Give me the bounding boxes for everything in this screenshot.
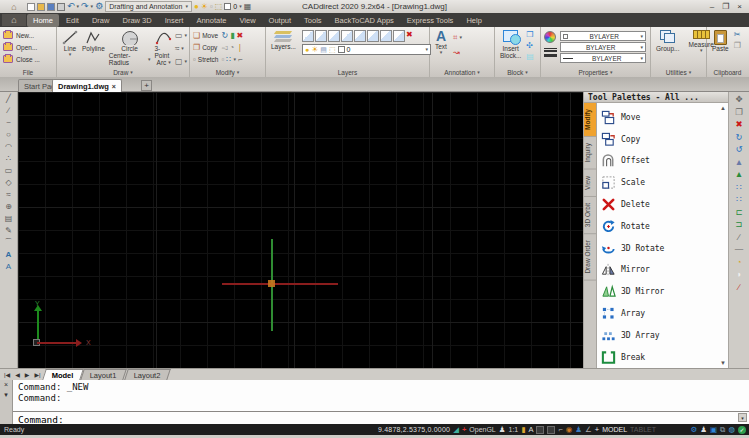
qat-plot-icon[interactable] <box>57 3 65 11</box>
palette-tab-view[interactable]: View <box>584 170 596 197</box>
layer-state-1-icon[interactable] <box>302 30 314 42</box>
autoscale-icon[interactable]: A <box>528 425 533 434</box>
point-tool-icon[interactable]: ∴ <box>6 154 11 163</box>
menu-insert[interactable]: Insert <box>159 14 190 27</box>
user2-icon[interactable]: ♟ <box>700 425 707 434</box>
esnap-toggle-icon[interactable]: ♟ <box>575 425 582 434</box>
cut-scissors-icon[interactable]: ✂ <box>734 30 741 39</box>
workspace-select[interactable]: Drafting and Annotation ▾ <box>105 1 192 12</box>
grid-toggle-icon[interactable]: ▦ <box>244 3 252 11</box>
prev-tab-icon[interactable]: ◀ <box>13 370 22 380</box>
command-close-icon[interactable]: × <box>4 381 8 388</box>
drawing-canvas[interactable]: Y X <box>18 92 583 368</box>
file-open-button[interactable]: Open... <box>3 41 54 53</box>
menu-edit[interactable]: Edit <box>60 14 85 27</box>
break-icon[interactable]: ⊏ <box>735 208 742 217</box>
layer-state-2-icon[interactable] <box>315 30 327 42</box>
leader-button[interactable]: ↝ <box>453 46 462 58</box>
last-tab-icon[interactable]: ▶| <box>32 370 42 380</box>
mirror-icon[interactable]: ◅ <box>221 43 227 52</box>
rectangle-tool-icon[interactable]: ▭ <box>5 166 13 175</box>
lwt-toggle-icon[interactable]: + <box>595 425 599 434</box>
annotation-visibility-icon[interactable]: ▮ <box>521 425 525 434</box>
mtext-tool-icon[interactable]: A <box>6 262 11 271</box>
fillet-icon[interactable]: ◔ <box>230 43 235 52</box>
model-space-toggle[interactable]: MODEL <box>602 426 627 433</box>
circle-tool-button[interactable]: Circle Center-Radius▾ <box>107 29 153 67</box>
layer-delete-icon[interactable]: ✖ <box>406 30 413 42</box>
layer-on-bulb-icon[interactable]: ● <box>305 46 309 53</box>
array-icon[interactable]: ∷ <box>736 183 741 192</box>
layer-unlock-icon[interactable]: ⬚ <box>329 46 336 54</box>
scale-icon[interactable]: ▮ <box>230 31 234 40</box>
tablet-toggle[interactable]: TABLET <box>630 426 656 433</box>
polar-toggle-icon[interactable]: ◉ <box>566 425 573 434</box>
freeze-icon[interactable]: ▫ <box>210 3 213 11</box>
polyline-tool-button[interactable]: Polyline <box>80 29 107 67</box>
palette-item-array[interactable]: Array <box>601 303 728 325</box>
command-scroll-icon[interactable]: ▾ <box>738 413 747 422</box>
trim-icon[interactable]: ❘ <box>236 43 243 52</box>
donut-tool-icon[interactable]: ⊕ <box>5 202 12 211</box>
status-ok-icon[interactable]: ✓ <box>738 426 746 434</box>
tab-drawing1[interactable]: Drawing1.dwg × <box>52 79 122 92</box>
tool-palettes-title[interactable]: Tool Palettes - All ... <box>584 92 728 103</box>
tab-model[interactable]: Model <box>42 369 83 380</box>
offset-mini-icon[interactable]: ⌐ <box>238 55 243 64</box>
chamfer-icon[interactable]: ◔ <box>736 258 741 267</box>
line-tool-icon[interactable]: ∕ <box>8 106 9 115</box>
dimension-button[interactable]: ⌗▾ <box>453 31 462 43</box>
crosshair-red-icon[interactable]: + <box>462 425 466 434</box>
snap-toggle-icon[interactable] <box>547 426 555 434</box>
palette-item-3d-rotate[interactable]: 3D Rotate <box>601 237 728 259</box>
lineweight-dropdown[interactable]: BYLAYER▾ <box>560 53 646 63</box>
palette-item-offset[interactable]: Offset <box>601 150 728 172</box>
close-button[interactable]: × <box>737 2 742 11</box>
palette-tab-inquiry[interactable]: Inquiry <box>584 137 596 170</box>
sun-icon[interactable]: ☀ <box>201 3 208 11</box>
layers-button[interactable]: Layers... <box>269 29 298 67</box>
tab-layout1[interactable]: Layout1 <box>81 369 127 380</box>
linetype-dropdown[interactable]: BYLAYER▾ <box>560 42 646 52</box>
qat-save-icon[interactable] <box>47 3 55 11</box>
rotate-icon[interactable]: ↻ <box>221 31 228 40</box>
delete-icon[interactable]: ✖ <box>735 120 742 129</box>
move-button[interactable]: ❏Move <box>193 29 218 41</box>
redo-icon[interactable]: ↷ <box>81 2 89 11</box>
menu-output[interactable]: Output <box>263 14 298 27</box>
coordinates-readout[interactable]: 9.4878,2.5375,0.0000 <box>378 426 450 433</box>
block-create-icon[interactable]: ❒ <box>526 30 534 39</box>
lineweight-stack-icon[interactable] <box>544 46 557 58</box>
copy-icon[interactable]: ❐ <box>735 108 743 117</box>
qat-layer-caret-icon[interactable]: ▾ <box>239 4 242 9</box>
menu-help[interactable]: Help <box>460 14 487 27</box>
menu-backtocad[interactable]: BackToCAD Apps <box>329 14 400 27</box>
color-wheel-icon[interactable] <box>544 31 556 43</box>
gear-icon[interactable]: ⚙ <box>95 2 103 11</box>
move-icon[interactable]: ✥ <box>735 95 742 104</box>
text-tool-icon[interactable]: A <box>6 250 12 259</box>
next-tab-icon[interactable]: ▶ <box>23 370 32 380</box>
array-mini-icon[interactable]: ∷ <box>226 55 231 64</box>
polygon-tool-button[interactable]: ▢▾ <box>175 55 187 67</box>
palette-item-rotate[interactable]: Rotate <box>601 215 728 237</box>
menu-annotate[interactable]: Annotate <box>190 14 232 27</box>
undo-icon[interactable]: ↶ <box>67 2 75 11</box>
settings-gear-icon[interactable]: ⚙ <box>691 425 698 434</box>
polyline-tool-icon[interactable]: ~ <box>6 118 11 127</box>
join-icon[interactable]: ∕ <box>738 233 739 242</box>
command-window-grip[interactable]: × ▾ <box>0 380 13 424</box>
layer-state-3-icon[interactable] <box>328 30 340 42</box>
rotate-3d-icon[interactable]: ↺ <box>735 145 742 154</box>
palette-item-3d-mirror[interactable]: 3D Mirror <box>601 281 728 303</box>
layer-thaw-sun-icon[interactable]: ☀ <box>311 45 318 54</box>
layer-state-8-icon[interactable] <box>393 30 405 42</box>
renderer-label[interactable]: OpenGL <box>469 426 495 433</box>
palette-scroll-up-icon[interactable]: ▲ <box>720 105 726 111</box>
hatch-tool-icon[interactable]: ▤ <box>5 214 13 223</box>
ortho-toggle-icon[interactable]: ⌐ <box>558 425 562 434</box>
block-attr-icon[interactable]: ▤ <box>526 52 534 61</box>
select-icon[interactable]: ╱ <box>6 94 11 103</box>
tab-layout2[interactable]: Layout2 <box>124 369 170 380</box>
curve-tool-icon[interactable]: ⌒ <box>5 238 13 247</box>
